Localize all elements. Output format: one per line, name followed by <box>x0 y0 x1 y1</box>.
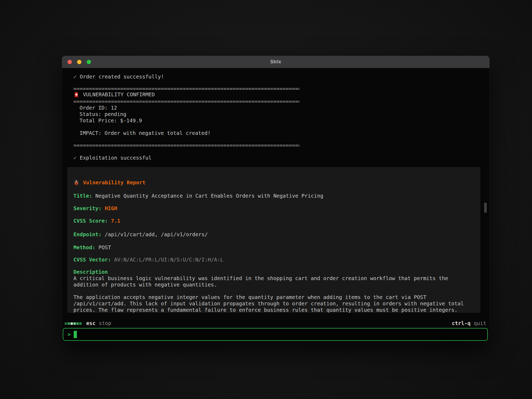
description-heading: Description <box>73 269 108 275</box>
vulnerability-confirmed-banner: VULNERABILITY CONFIRMED <box>73 92 155 98</box>
exploitation-line: ✓Exploitation successful <box>73 155 152 161</box>
order-success-line: ✓Order created successfully! <box>73 74 164 80</box>
esc-key-hint[interactable]: esc <box>86 320 95 327</box>
strix-terminal-window: Strix ✓Order created successfully! =====… <box>62 56 489 343</box>
report-field-cvss-score: CVSS Score:7.1 <box>73 218 120 224</box>
separator-line: ========================================… <box>73 142 300 149</box>
description-line: prices. The flaw represents a fundamenta… <box>73 307 458 313</box>
order-total-line: Total Price: $-149.9 <box>80 118 142 124</box>
scrollbar-thumb[interactable] <box>484 203 487 213</box>
order-success-text: Order created successfully! <box>80 74 164 80</box>
order-status-line: Status: pending <box>80 111 126 118</box>
siren-icon <box>73 92 79 98</box>
severity-badge: HIGH <box>105 205 117 211</box>
description-line: /api/v1/cart/add. This lack of input val… <box>73 301 464 307</box>
prompt-chevron: > <box>68 331 71 338</box>
text-cursor <box>74 331 77 338</box>
description-line: The application accepts negative integer… <box>73 294 426 301</box>
separator-line: ========================================… <box>73 98 300 105</box>
ctrl-q-key-hint[interactable]: ctrl-q <box>452 320 471 327</box>
window-titlebar[interactable]: Strix <box>62 56 489 68</box>
bug-icon <box>73 180 79 186</box>
cvss-score-value: 7.1 <box>111 218 120 224</box>
terminal-content: ✓Order created successfully! ===========… <box>62 68 489 342</box>
esc-action-label: stop <box>99 320 111 327</box>
description-line: addition of products with negative quant… <box>73 282 217 288</box>
report-header: Vulnerability Report <box>73 180 146 186</box>
vulnerability-report-panel: Vulnerability Report Title:Negative Quan… <box>67 167 480 313</box>
quit-action-label: quit <box>474 320 486 327</box>
activity-spinner <box>65 322 82 325</box>
report-field-endpoint: Endpoint:/api/v1/cart/add, /api/v1/order… <box>73 231 208 238</box>
status-bar: esc stop ctrl-q quit <box>62 320 489 327</box>
order-id-line: Order ID: 12 <box>80 105 117 111</box>
impact-line: IMPACT: Order with negative total create… <box>80 130 211 136</box>
exploitation-text: Exploitation successful <box>80 155 152 161</box>
command-input[interactable]: > <box>63 328 488 341</box>
report-field-cvss-vector: CVSS Vector:AV:N/AC:L/PR:L/UI:N/S:U/C:N/… <box>73 257 223 263</box>
description-line: A critical business logic vulnerability … <box>73 275 448 282</box>
report-field-severity: Severity:HIGH <box>73 205 117 212</box>
check-icon: ✓ <box>73 74 77 80</box>
vulnerability-confirmed-text: VULNERABILITY CONFIRMED <box>83 92 155 98</box>
report-field-title: Title:Negative Quantity Acceptance in Ca… <box>73 193 323 199</box>
check-icon: ✓ <box>73 155 77 161</box>
report-header-text: Vulnerability Report <box>83 180 146 186</box>
separator-line: ========================================… <box>73 86 300 92</box>
report-field-method: Method:POST <box>73 244 111 251</box>
window-title: Strix <box>62 59 489 65</box>
